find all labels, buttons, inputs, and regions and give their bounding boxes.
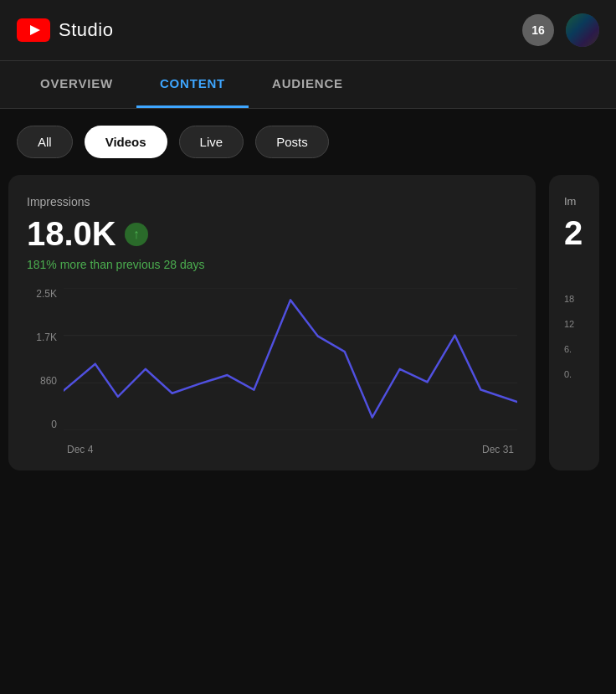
tab-audience[interactable]: AUDIENCE: [249, 61, 367, 108]
impressions-label: Impressions: [27, 195, 517, 208]
tab-bar: OVERVIEW CONTENT AUDIENCE: [0, 61, 616, 109]
y-label-top: 2.5K: [27, 288, 57, 300]
notification-badge[interactable]: 16: [522, 14, 554, 46]
tab-content[interactable]: CONTENT: [136, 61, 249, 108]
logo-area: Studio: [17, 18, 113, 42]
avatar[interactable]: [566, 13, 599, 47]
chart-y-labels: 2.5K 1.7K 860 0: [27, 288, 57, 430]
impressions-value: 18.0K ↑: [27, 215, 517, 253]
y-label-2: 1.7K: [27, 332, 57, 343]
header: Studio 16: [0, 0, 616, 61]
filter-videos[interactable]: Videos: [85, 126, 167, 158]
filter-row: All Videos Live Posts: [0, 109, 616, 175]
partial-y-4: 0.: [564, 369, 588, 379]
partial-y-1: 18: [564, 294, 588, 304]
avatar-image: [566, 13, 599, 47]
partial-label: Im: [564, 195, 588, 208]
trend-up-badge: ↑: [125, 223, 148, 246]
line-chart-svg: [64, 288, 517, 430]
filter-posts[interactable]: Posts: [255, 126, 329, 158]
cards-area: Impressions 18.0K ↑ 181% more than previ…: [0, 175, 616, 470]
partial-y-3: 6.: [564, 344, 588, 354]
impressions-trend: 181% more than previous 28 days: [27, 258, 517, 271]
header-actions: 16: [522, 13, 599, 47]
youtube-logo-icon: [17, 18, 50, 42]
impressions-chart: 2.5K 1.7K 860 0 Dec 4: [27, 288, 517, 455]
impressions-card: Impressions 18.0K ↑ 181% more than previ…: [8, 175, 536, 470]
x-label-end: Dec 31: [482, 444, 514, 455]
filter-live[interactable]: Live: [179, 126, 244, 158]
arrow-up-icon: ↑: [133, 227, 140, 242]
y-label-3: 860: [27, 375, 57, 387]
impressions-card-partial: Im 2 18 12 6. 0.: [549, 175, 599, 470]
partial-value: 2: [564, 214, 588, 252]
tab-overview[interactable]: OVERVIEW: [17, 61, 136, 108]
app-title: Studio: [59, 19, 113, 41]
chart-svg-area: [64, 288, 517, 430]
y-label-bottom: 0: [27, 419, 57, 430]
partial-y-2: 12: [564, 319, 588, 329]
filter-all[interactable]: All: [17, 126, 73, 158]
partial-y-labels: 18 12 6. 0.: [564, 294, 588, 379]
x-label-start: Dec 4: [67, 444, 93, 455]
chart-x-labels: Dec 4 Dec 31: [64, 444, 517, 455]
